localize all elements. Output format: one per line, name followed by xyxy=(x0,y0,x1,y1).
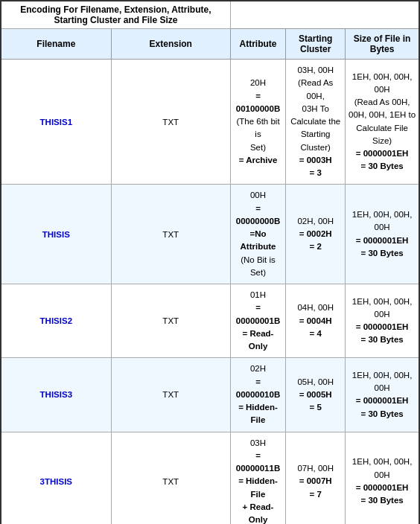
cluster-cell: 04H, 00H= 0004H= 4 xyxy=(286,284,346,358)
extension-cell: TXT xyxy=(111,358,230,432)
header-extension: Extension xyxy=(111,29,230,60)
header-size-of-file: Size of File in Bytes xyxy=(346,29,419,60)
table-title: Encoding For Filename, Extension, Attrib… xyxy=(1,1,230,29)
cluster-cell: 02H, 00H= 0002H= 2 xyxy=(286,185,346,284)
filename-cell: THISIS1 xyxy=(1,60,111,185)
size-cell: 1EH, 00H, 00H,00H= 0000001EH= 30 Bytes xyxy=(346,284,419,358)
attribute-cell: 03H= 00000011B= Hidden-File+ Read-Only xyxy=(230,432,285,524)
extension-cell: TXT xyxy=(111,185,230,284)
table-row: THISIS TXT 00H= 00000000B=No Attribute(N… xyxy=(1,185,419,284)
size-cell: 1EH, 00H, 00H,00H= 0000001EH= 30 Bytes xyxy=(346,358,419,432)
cluster-cell: 07H, 00H= 0007H= 7 xyxy=(286,432,346,524)
size-cell: 1EH, 00H, 00H,00H= 0000001EH= 30 Bytes xyxy=(346,185,419,284)
table-row: THISIS3 TXT 02H= 00000010B= Hidden-File … xyxy=(1,358,419,432)
cluster-cell: 03H, 00H(Read As 00H,03H ToCalculate the… xyxy=(286,60,346,185)
attribute-cell: 00H= 00000000B=No Attribute(No Bit is Se… xyxy=(230,185,285,284)
table-row: THISIS2 TXT 01H= 00000001B= Read-Only 04… xyxy=(1,284,419,358)
main-table: Encoding For Filename, Extension, Attrib… xyxy=(0,0,420,524)
header-filename: Filename xyxy=(1,29,111,60)
table-row: THISIS1 TXT 20H= 00100000B(The 6th bit i… xyxy=(1,60,419,185)
attribute-cell: 01H= 00000001B= Read-Only xyxy=(230,284,285,358)
filename-cell: THISIS3 xyxy=(1,358,111,432)
header-starting-cluster: Starting Cluster xyxy=(286,29,346,60)
cluster-cell: 05H, 00H= 0005H= 5 xyxy=(286,358,346,432)
table-row: 3THISIS TXT 03H= 00000011B= Hidden-File+… xyxy=(1,432,419,524)
filename-cell: 3THISIS xyxy=(1,432,111,524)
extension-cell: TXT xyxy=(111,60,230,185)
filename-cell: THISIS2 xyxy=(1,284,111,358)
attribute-cell: 20H= 00100000B(The 6th bit isSet)= Archi… xyxy=(230,60,285,185)
header-attribute: Attribute xyxy=(230,29,285,60)
size-cell: 1EH, 00H, 00H,00H= 0000001EH= 30 Bytes xyxy=(346,432,419,524)
size-cell: 1EH, 00H, 00H,00H(Read As 00H,00H, 00H, … xyxy=(346,60,419,185)
attribute-cell: 02H= 00000010B= Hidden-File xyxy=(230,358,285,432)
extension-cell: TXT xyxy=(111,284,230,358)
filename-cell: THISIS xyxy=(1,185,111,284)
extension-cell: TXT xyxy=(111,432,230,524)
